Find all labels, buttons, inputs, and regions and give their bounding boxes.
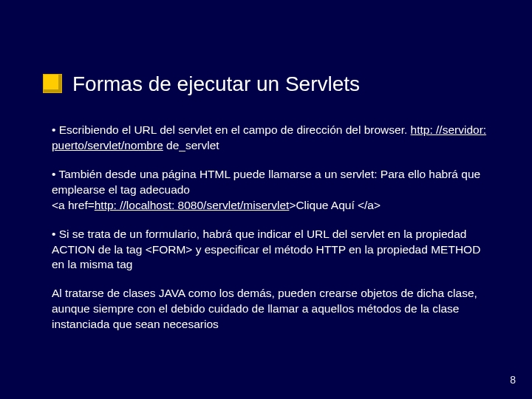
bullet-2-link[interactable]: http: //localhost: 8080/servlet/miservle… [95, 199, 290, 211]
bullet-2-code-suffix: >Clique Aquí </a> [289, 199, 381, 211]
bullet-1-text-b: de_servlet [163, 139, 219, 151]
bullet-2-code-prefix: <a href= [52, 199, 95, 211]
bullet-3-text: • Si se trata de un formulario, habrá qu… [52, 228, 480, 271]
bullet-4-text: Al tratarse de clases JAVA como los demá… [52, 287, 477, 330]
slide-title: Formas de ejecutar un Servlets [72, 72, 360, 96]
title-bullet-square-icon [43, 74, 62, 93]
slide-body: • Escribiendo el URL del servlet en el c… [52, 123, 495, 346]
bullet-1: • Escribiendo el URL del servlet en el c… [52, 123, 495, 154]
bullet-2: • También desde una página HTML puede ll… [52, 167, 495, 214]
slide-root: Formas de ejecutar un Servlets • Escribi… [0, 0, 532, 399]
page-number: 8 [510, 374, 516, 386]
bullet-2-line-a: • También desde una página HTML puede ll… [52, 168, 480, 196]
bullet-1-text-a: • Escribiendo el URL del servlet en el c… [52, 123, 411, 136]
bullet-4: Al tratarse de clases JAVA como los demá… [52, 286, 495, 332]
bullet-3: • Si se trata de un formulario, habrá qu… [52, 227, 495, 273]
title-row: Formas de ejecutar un Servlets [43, 72, 502, 96]
